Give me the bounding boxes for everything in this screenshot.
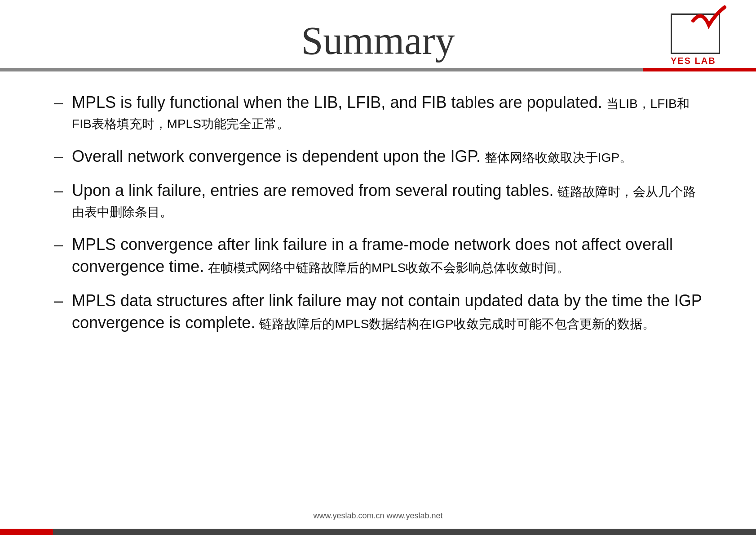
bullet-cn-5: 链路故障后的MPLS数据结构在IGP收敛完成时可能不包含更新的数据。 <box>259 317 654 331</box>
bullet-en-3: Upon a link failure, entries are removed… <box>72 181 554 200</box>
bullet-dash: – <box>54 93 63 112</box>
bullet-en-1: MPLS is fully functional when the LIB, L… <box>72 93 602 111</box>
logo-text: YES LAB <box>671 56 720 66</box>
list-item: – Upon a link failure, entries are remov… <box>54 180 702 221</box>
bullet-text-1: MPLS is fully functional when the LIB, L… <box>72 92 702 133</box>
top-divider <box>0 68 756 71</box>
footer-links: www.yeslab.com.cn www.yeslab.net <box>313 511 442 520</box>
bottom-divider <box>0 529 756 535</box>
bullet-cn-2: 整体网络收敛取决于IGP。 <box>485 151 632 165</box>
header: Summary YES LAB <box>0 0 756 68</box>
bullet-dash: – <box>54 235 63 254</box>
bullet-dash: – <box>54 181 63 200</box>
list-item: – MPLS is fully functional when the LIB,… <box>54 92 702 133</box>
bullet-dash: – <box>54 291 63 310</box>
content-area: – MPLS is fully functional when the LIB,… <box>0 71 756 507</box>
bullet-text-2: Overall network convergence is dependent… <box>72 146 632 168</box>
bullet-text-4: MPLS convergence after link failure in a… <box>72 234 702 277</box>
checkmark-icon <box>691 5 727 36</box>
logo-area: YES LAB <box>671 13 720 66</box>
list-item: – MPLS data structures after link failur… <box>54 290 702 334</box>
bullet-en-2: Overall network convergence is dependent… <box>72 147 481 165</box>
bullet-text-3: Upon a link failure, entries are removed… <box>72 180 702 221</box>
slide-container: Summary YES LAB – MPLS is fully function… <box>0 0 756 535</box>
logo-box <box>671 13 720 54</box>
list-item: – MPLS convergence after link failure in… <box>54 234 702 277</box>
bullet-dash: – <box>54 147 63 166</box>
bullet-cn-4: 在帧模式网络中链路故障后的MPLS收敛不会影响总体收敛时间。 <box>208 261 569 275</box>
bullet-text-5: MPLS data structures after link failure … <box>72 290 702 334</box>
footer: www.yeslab.com.cn www.yeslab.net <box>0 507 756 529</box>
list-item: – Overall network convergence is depende… <box>54 146 702 168</box>
page-title: Summary <box>0 18 756 63</box>
